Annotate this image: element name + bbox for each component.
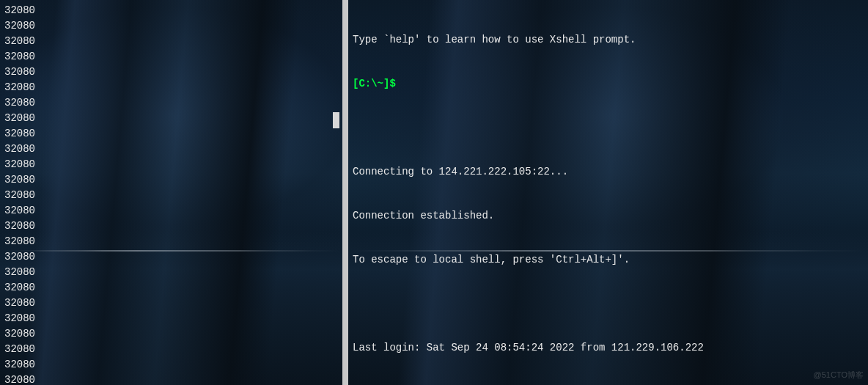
intro-line: Type `help' to learn how to use Xshell p…: [353, 32, 864, 47]
left-number: 32080: [4, 373, 338, 385]
left-number: 32080: [4, 296, 338, 311]
left-number: 32080: [4, 203, 338, 219]
left-number: 32080: [4, 265, 338, 280]
lastlogin-line: Last login: Sat Sep 24 08:54:24 2022 fro…: [353, 340, 864, 355]
terminal-output[interactable]: Type `help' to learn how to use Xshell p…: [348, 0, 868, 385]
left-number: 32080: [4, 172, 338, 188]
left-number: 32080: [4, 249, 338, 265]
scrollbar-thumb-icon[interactable]: [333, 112, 339, 128]
left-number: 32080: [4, 65, 338, 80]
connect-line: Connecting to 124.221.222.105:22...: [353, 164, 864, 179]
left-number: 32080: [4, 219, 338, 234]
left-number: 32080: [4, 326, 338, 342]
left-number: 32080: [4, 3, 338, 18]
left-number: 32080: [4, 95, 338, 111]
blank-line: [353, 296, 864, 311]
left-pane[interactable]: 3208032080320803208032080320803208032080…: [0, 0, 348, 385]
left-number: 32080: [4, 234, 338, 249]
watermark: @51CTO博客: [814, 367, 864, 382]
left-number: 32080: [4, 188, 338, 203]
left-number: 32080: [4, 49, 338, 65]
connect-line: Connection established.: [353, 208, 864, 223]
left-number: 32080: [4, 142, 338, 157]
connect-line: To escape to local shell, press 'Ctrl+Al…: [353, 252, 864, 267]
left-number: 32080: [4, 157, 338, 172]
right-pane[interactable]: Type `help' to learn how to use Xshell p…: [348, 0, 868, 385]
local-prompt: [C:\~]$: [353, 76, 864, 91]
blank-line: [353, 120, 864, 135]
local-path: C:\~: [358, 78, 383, 89]
left-number: 32080: [4, 342, 338, 357]
left-number: 32080: [4, 280, 338, 296]
left-number: 32080: [4, 311, 338, 326]
left-number: 32080: [4, 111, 338, 126]
left-number: 32080: [4, 80, 338, 95]
left-number: 32080: [4, 34, 338, 49]
left-number: 32080: [4, 126, 338, 142]
left-number-list: 3208032080320803208032080320803208032080…: [0, 0, 342, 385]
left-number: 32080: [4, 357, 338, 373]
left-number: 32080: [4, 18, 338, 34]
bracket-close: ]$: [383, 78, 396, 89]
